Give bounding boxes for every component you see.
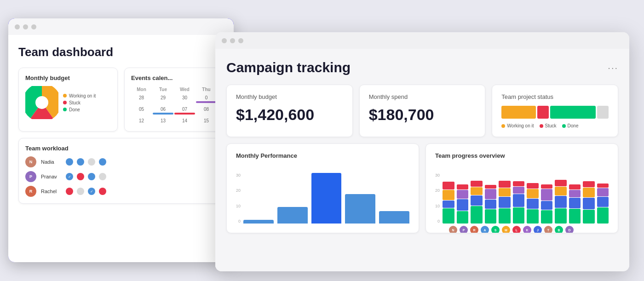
status-dot [77,173,84,180]
legend-dot-working [501,124,505,128]
stacked-bars [443,173,609,224]
seg [485,200,497,209]
seg [485,209,497,224]
front-traffic-light-2 [230,38,235,43]
seg [597,207,609,224]
seg [499,208,511,224]
team-project-status-card: Team project status Working on it Stuck [492,85,618,137]
seg [527,199,539,209]
seg [485,185,497,189]
legend-dot-done [63,108,67,111]
back-workload-title: Team workload [25,145,217,152]
status-seg-working [501,106,536,119]
seg [457,190,469,199]
seg [457,199,469,210]
bar-3 [311,173,342,224]
y-axis-progress: 30 20 10 0 [435,173,442,224]
seg [457,211,469,224]
status-dot-check: ✓ [66,173,73,180]
status-dots-nadia [66,158,106,166]
front-window: Campaign tracking ··· Monthly budget $1,… [215,32,629,271]
back-budget-card: Monthly budget Working on it [18,68,118,132]
pie-chart-small [25,86,58,119]
legend-label: Stuck [545,123,557,128]
cal-cell: 12 [131,117,152,125]
back-workload-card: Team workload N Nadia P Pranav [18,138,224,204]
seg [541,189,553,200]
performance-chart: 30 20 10 0 [236,164,409,224]
cal-cell: 30 [174,94,195,104]
seg [513,194,525,207]
status-dot [88,173,95,180]
front-bottom-grid: Monthly Performance 30 20 10 0 [226,143,618,233]
front-window-body: Campaign tracking ··· Monthly budget $1,… [215,49,629,271]
pie-wrapper: Working on it Stuck Done [25,86,111,119]
back-window: Team dashboard Monthly budget [8,18,234,262]
front-traffic-light-1 [222,38,227,43]
stacked-col [597,173,609,224]
y-label: 0 [236,219,241,224]
stacked-col [457,173,469,224]
seg [443,182,454,189]
y-label: 0 [435,219,440,224]
legend-label-working: Working on it [69,93,96,98]
bar-4 [345,194,375,224]
seg [569,184,581,189]
front-window-title: Campaign tracking [226,60,351,75]
status-dot [66,158,73,166]
avatar-tiny: N [449,226,457,233]
y-label: 30 [435,173,440,178]
status-dots-pranav: ✓ [66,173,106,180]
stacked-col [527,173,539,224]
stacked-col [555,173,567,224]
status-dot [88,158,95,166]
seg [513,181,525,186]
legend-dot-stuck [540,124,543,128]
status-dot [77,158,84,166]
stacked-col [583,173,595,224]
stacked-col [541,173,553,224]
traffic-light-2 [23,24,28,29]
monthly-spend-card: Monthly spend $180,700 [359,85,486,137]
seg [471,181,483,187]
front-traffic-light-3 [238,38,243,43]
performance-chart-label: Monthly Performance [236,152,409,159]
more-options-icon[interactable]: ··· [608,63,618,73]
legend-label-done: Done [69,107,80,112]
seg [541,210,553,224]
seg [597,197,609,207]
status-seg-stuck [537,106,549,119]
seg [499,181,511,188]
stacked-col [569,173,581,224]
cal-cell: 28 [131,94,152,104]
back-events-title: Events calen... [131,75,217,81]
status-dots-rachel: ✓ [66,188,106,195]
seg [569,209,581,224]
name-nadia: Nadia [41,159,59,165]
seg [569,190,581,198]
seg [485,189,497,199]
legend-done: Done [562,123,579,128]
back-window-body: Team dashboard Monthly budget [8,35,234,262]
status-seg-empty [597,106,609,119]
seg [457,184,469,189]
progress-overview-card: Team progress overview 30 20 10 0 [426,143,618,233]
front-top-grid: Monthly budget $1,420,600 Monthly spend … [226,85,618,137]
team-project-status-label: Team project status [501,93,609,100]
legend-working: Working on it [63,93,96,98]
legend-stuck: Stuck [63,100,96,105]
traffic-light-1 [15,24,20,29]
legend-label-stuck: Stuck [69,100,80,105]
cal-day-wed: Wed [174,86,195,93]
legend-done: Done [63,107,96,112]
cal-cell: 0 [196,94,217,104]
avatar-tiny: T [544,226,552,233]
cal-cell: 06 [153,105,173,116]
status-dot [99,188,106,195]
seg [443,201,454,208]
monthly-spend-value: $180,700 [369,106,476,124]
stacked-col [443,173,454,224]
seg [555,196,567,208]
svg-point-2 [29,90,55,115]
progress-chart: 30 20 10 0 [435,164,609,224]
